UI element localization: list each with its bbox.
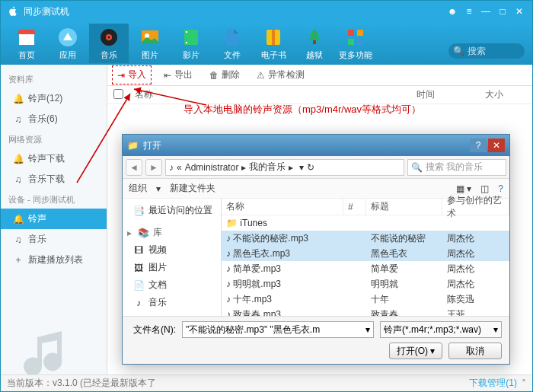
window-title: 同步测试机 xyxy=(24,5,69,18)
import-button[interactable]: ⇥导入 xyxy=(112,65,152,84)
preview-toggle-button[interactable]: ◫ xyxy=(480,183,489,194)
toolbar-file[interactable]: 文件 xyxy=(212,24,252,63)
minimize-button[interactable]: — xyxy=(479,5,493,18)
sidebar-header: 网络资源 xyxy=(1,129,107,148)
view-options-button[interactable]: ▦ ▾ xyxy=(456,183,471,194)
breadcrumb[interactable]: ♪ « Administrator▸ 我的音乐▸ ▾ ↻ xyxy=(165,159,404,176)
maximize-button[interactable]: □ xyxy=(496,5,509,18)
sidebar-item-note[interactable]: ♫音乐(6) xyxy=(1,109,107,129)
svg-rect-0 xyxy=(19,34,34,45)
col-title[interactable]: 标题 xyxy=(366,199,442,215)
toolbar-book[interactable]: 电子书 xyxy=(254,24,293,63)
apple-icon xyxy=(7,5,19,18)
folder-row[interactable]: 📁 iTunes xyxy=(222,215,509,231)
check-button[interactable]: ⚠异常检测 xyxy=(252,66,309,84)
audio-icon: ♪ xyxy=(226,233,231,244)
close-button[interactable]: ✕ xyxy=(512,5,526,18)
audio-icon: ♪ xyxy=(226,263,231,274)
version-text: 当前版本：v3.1.0 (已经是最新版本了 xyxy=(7,377,156,390)
file-row[interactable]: ♪ 不能说的秘密.mp3不能说的秘密周杰伦 xyxy=(222,231,509,246)
nav-back-button[interactable]: ◄ xyxy=(126,159,142,176)
dialog-help-button[interactable]: ? xyxy=(470,139,487,152)
help-icon[interactable]: ? xyxy=(498,183,503,194)
toolbar-app[interactable]: 应用 xyxy=(48,24,88,63)
folder-icon: 📁 xyxy=(226,218,238,228)
feedback-icon[interactable]: ☻ xyxy=(445,5,459,18)
audio-icon: ♪ xyxy=(226,248,231,259)
col-number[interactable]: # xyxy=(343,199,366,215)
toolbar-grid[interactable]: 更多功能 xyxy=(336,24,375,63)
bell-icon: 🔔 xyxy=(13,214,24,225)
export-icon: ⇤ xyxy=(164,70,171,81)
chevron-down-icon[interactable]: ▾ xyxy=(299,162,304,173)
refresh-icon[interactable]: ↻ xyxy=(307,162,314,173)
dialog-nav: ◄ ► ♪ « Administrator▸ 我的音乐▸ ▾ ↻ 🔍 搜索 我的… xyxy=(123,156,509,179)
nav-music[interactable]: ♪音乐 xyxy=(123,294,221,311)
nav-video[interactable]: 🎞视频 xyxy=(123,241,221,259)
toolbar-film[interactable]: 影片 xyxy=(171,24,211,63)
file-row[interactable]: ♪ 黑色毛衣.mp3黑色毛衣周杰伦 xyxy=(222,246,509,261)
list-header: 名称 # 标题 参与创作的艺术 xyxy=(222,199,509,215)
delete-icon: 🗑 xyxy=(209,70,219,81)
sidebar-item-bell[interactable]: 🔔铃声下载 xyxy=(1,148,107,169)
sidebar-item-note[interactable]: ♫音乐 xyxy=(1,229,107,250)
plus-icon: ＋ xyxy=(13,255,24,266)
sidebar-item-bell[interactable]: 🔔铃声 xyxy=(1,209,107,229)
col-size[interactable]: 大小 xyxy=(479,88,532,101)
audio-icon: ♪ xyxy=(226,294,231,304)
search-icon: 🔍 xyxy=(411,162,423,173)
toolbar-store[interactable]: 首页 xyxy=(7,24,46,63)
nav-doc[interactable]: 📄文档 xyxy=(123,276,221,294)
select-all-checkbox[interactable] xyxy=(113,89,123,99)
col-filename[interactable]: 名称 xyxy=(222,199,343,215)
dialog-titlebar: 📁 打开 ? ✕ xyxy=(123,135,509,156)
file-row[interactable]: ♪ 致青春.mp3致青春王菲 xyxy=(222,307,509,316)
expand-icon[interactable]: ˄ xyxy=(522,378,526,389)
open-button[interactable]: 打开(O) ▾ xyxy=(389,343,442,359)
organize-menu[interactable]: 组织 xyxy=(129,182,147,195)
toolbar-pine[interactable]: 越狱 xyxy=(295,24,334,63)
nav-lib[interactable]: ▸📚库 xyxy=(123,224,221,241)
filetype-select[interactable]: 铃声(*.m4r;*.mp3;*.wav)▾ xyxy=(380,321,502,338)
file-row[interactable]: ♪ 明明就.mp3明明就周杰伦 xyxy=(222,276,509,292)
svg-point-4 xyxy=(108,36,110,38)
toolbar-search[interactable]: 🔍搜索 xyxy=(448,43,525,59)
svg-rect-14 xyxy=(357,30,363,36)
toolbar-disc[interactable]: 音乐 xyxy=(89,24,129,63)
toolbar-photo[interactable]: 图片 xyxy=(130,24,170,63)
svg-rect-11 xyxy=(272,30,275,45)
check-icon: ⚠ xyxy=(257,70,265,81)
svg-rect-15 xyxy=(348,39,354,45)
nav-forward-button[interactable]: ► xyxy=(145,159,162,176)
dialog-sidebar: 📑最近访问的位置▸📚库🎞视频🖼图片📄文档♪音乐▸💻计算机💽Win7 64 (C:… xyxy=(123,199,222,316)
dialog-file-list: 名称 # 标题 参与创作的艺术 📁 iTunes♪ 不能说的秘密.mp3不能说的… xyxy=(222,199,509,316)
col-artist[interactable]: 参与创作的艺术 xyxy=(442,199,509,215)
filename-input[interactable]: "不能说的秘密.mp3" "黑色毛衣.m▾ xyxy=(182,321,374,338)
download-manager-link[interactable]: 下载管理(1) xyxy=(469,377,517,390)
col-name[interactable]: 名称 xyxy=(129,88,410,101)
nav-recent[interactable]: 📑最近访问的位置 xyxy=(123,202,221,219)
import-icon: ⇥ xyxy=(117,70,125,81)
folder-icon: 📁 xyxy=(127,140,139,151)
sidebar-item-note[interactable]: ♫音乐下载 xyxy=(1,169,107,190)
video-icon: 🎞 xyxy=(133,245,144,256)
export-button[interactable]: ⇤导出 xyxy=(159,66,197,84)
file-row[interactable]: ♪ 简单爱.mp3简单爱周杰伦 xyxy=(222,261,509,276)
sidebar-item-plus[interactable]: ＋新建播放列表 xyxy=(1,250,107,270)
bell-icon: 🔔 xyxy=(13,154,24,164)
settings-icon[interactable]: ≡ xyxy=(462,5,476,18)
cancel-button[interactable]: 取消 xyxy=(448,343,502,359)
delete-button[interactable]: 🗑删除 xyxy=(205,66,244,84)
nav-pic[interactable]: 🖼图片 xyxy=(123,259,221,276)
content-toolbar: ⇥导入⇤导出🗑删除⚠异常检测 xyxy=(107,65,532,86)
new-folder-button[interactable]: 新建文件夹 xyxy=(170,182,215,195)
dialog-close-button[interactable]: ✕ xyxy=(488,139,505,152)
sidebar-item-bell[interactable]: 🔔铃声(12) xyxy=(1,88,107,109)
search-icon: 🔍 xyxy=(453,46,464,56)
dialog-search[interactable]: 🔍 搜索 我的音乐 xyxy=(407,159,506,176)
file-row[interactable]: ♪ 十年.mp3十年陈奕迅 xyxy=(222,292,509,307)
svg-rect-16 xyxy=(357,39,363,45)
open-file-dialog: 📁 打开 ? ✕ ◄ ► ♪ « Administrator▸ 我的音乐▸ ▾ … xyxy=(122,134,510,365)
audio-icon: ♪ xyxy=(226,309,231,317)
col-time[interactable]: 时间 xyxy=(410,88,479,101)
